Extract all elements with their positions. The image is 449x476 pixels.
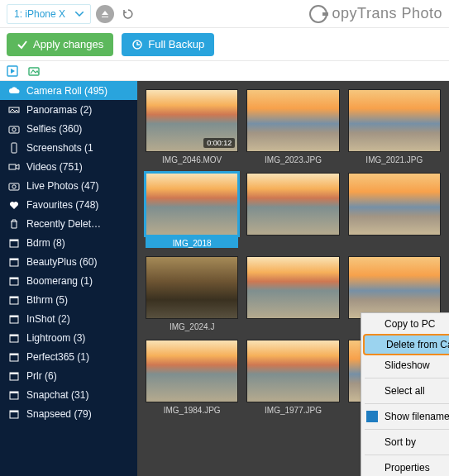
eject-button[interactable] — [96, 5, 114, 23]
sidebar-item-label: Perfect365 (1) — [26, 351, 89, 363]
svg-rect-23 — [10, 354, 18, 355]
sidebar-item-9[interactable]: BeautyPlus (60) — [0, 252, 137, 271]
ctx-separator — [365, 429, 449, 430]
sidebar-item-label: Snapchat (31) — [26, 389, 88, 401]
ctx-select-all[interactable]: Select all Ctrl+A — [361, 380, 449, 402]
thumbnail[interactable]: 0:00:12IMG_2046.MOV — [146, 89, 238, 164]
sidebar: Camera Roll (495)Panoramas (2)Selfies (3… — [0, 81, 137, 476]
album-icon — [8, 313, 20, 325]
thumbnail[interactable]: IMG_2021.JPG — [348, 89, 441, 164]
sidebar-item-4[interactable]: Videos (751) — [0, 157, 137, 176]
sidebar-item-label: Prlr (6) — [26, 370, 57, 382]
ctx-copy-to-pc[interactable]: Copy to PC Shift+Ctrl+Right — [361, 313, 449, 335]
thumbnail[interactable]: IMG_2018 — [146, 173, 238, 248]
thumbnail-caption: IMG_2021.JPG — [348, 152, 441, 164]
video-icon — [8, 161, 20, 173]
sidebar-item-2[interactable]: Selfies (360) — [0, 119, 137, 138]
thumbnail[interactable] — [246, 173, 339, 248]
sidebar-item-label: Videos (751) — [26, 161, 83, 173]
apply-label: Apply changes — [33, 38, 103, 50]
sidebar-item-13[interactable]: Lightroom (3) — [0, 328, 137, 347]
thumbnail[interactable] — [246, 256, 339, 331]
sidebar-item-16[interactable]: Snapchat (31) — [0, 385, 137, 404]
album-icon — [8, 237, 20, 249]
sidebar-item-label: Selfies (360) — [26, 123, 82, 135]
thumbnail-image — [246, 256, 339, 319]
sidebar-item-0[interactable]: Camera Roll (495) — [0, 81, 137, 100]
refresh-button[interactable] — [119, 5, 137, 23]
thumbnail[interactable]: IMG_1977.JPG — [246, 340, 339, 415]
thumbnail-image — [348, 89, 441, 152]
play-tab-icon[interactable] — [7, 65, 18, 77]
thumbnail-image — [146, 173, 238, 236]
photo-tab-icon[interactable] — [28, 65, 40, 77]
sidebar-item-8[interactable]: Bdrm (8) — [0, 233, 137, 252]
ctx-separator — [365, 455, 449, 455]
ctx-label: Select all — [385, 385, 425, 397]
sidebar-item-6[interactable]: Favourites (748) — [0, 195, 137, 214]
ctx-show-filenames[interactable]: Show filenames F4 — [361, 406, 449, 427]
thumbnail-caption: IMG_2046.MOV — [146, 152, 238, 164]
full-backup-button[interactable]: Full Backup — [122, 33, 214, 56]
tab-bar — [0, 61, 449, 81]
ctx-properties[interactable]: Properties ▶ — [361, 457, 449, 476]
ctx-label: Sort by — [385, 436, 416, 448]
thumbnail-image — [348, 173, 441, 236]
phone-icon — [8, 142, 20, 154]
thumbnail[interactable] — [348, 173, 441, 248]
backup-label: Full Backup — [148, 38, 204, 50]
sidebar-item-10[interactable]: Boomerang (1) — [0, 271, 137, 290]
sidebar-item-label: Camera Roll (495) — [26, 85, 107, 97]
thumbnail-image — [246, 340, 339, 402]
sidebar-item-12[interactable]: InShot (2) — [0, 309, 137, 328]
ctx-label: Show filenames — [385, 411, 449, 422]
svg-rect-13 — [10, 259, 18, 260]
cloud-icon — [8, 85, 20, 97]
duration-badge: 0:00:12 — [203, 138, 235, 148]
thumbnail-caption: IMG_2024.J — [146, 319, 238, 331]
ctx-sort-by[interactable]: Sort by ▶ — [361, 431, 449, 453]
chevron-down-icon — [75, 12, 84, 17]
sidebar-item-14[interactable]: Perfect365 (1) — [0, 347, 137, 366]
thumbnail-caption: IMG_1984.JPG — [146, 402, 238, 415]
thumbnail[interactable]: IMG_2024.J — [146, 256, 238, 331]
context-menu: Copy to PC Shift+Ctrl+Right Delete from … — [361, 312, 449, 476]
ctx-slideshow[interactable]: Slideshow Ctrl+L — [361, 355, 449, 376]
sidebar-item-3[interactable]: Screenshots (1 — [0, 138, 137, 157]
sidebar-item-label: Screenshots (1 — [26, 142, 93, 154]
heart-icon — [8, 199, 20, 211]
sidebar-item-label: Bthrm (5) — [26, 294, 68, 306]
sidebar-item-11[interactable]: Bthrm (5) — [0, 290, 137, 309]
brand-logo-text: opyTrans Photo — [309, 5, 442, 23]
thumbnail[interactable]: IMG_2023.JPG — [246, 89, 339, 164]
sidebar-item-7[interactable]: Recently Delet… — [0, 214, 137, 233]
svg-rect-21 — [10, 335, 18, 336]
history-icon — [131, 39, 143, 50]
thumbnail-caption: IMG_2023.JPG — [246, 152, 339, 164]
ctx-label: Properties — [385, 462, 430, 474]
album-icon — [8, 275, 20, 287]
sidebar-item-1[interactable]: Panoramas (2) — [0, 100, 137, 119]
svg-rect-6 — [12, 143, 17, 153]
sidebar-item-label: Lightroom (3) — [26, 332, 85, 344]
svg-rect-25 — [10, 373, 18, 374]
thumbnail-image — [246, 173, 339, 236]
thumbnail[interactable]: IMG_1984.JPG — [146, 340, 238, 415]
sidebar-item-label: Panoramas (2) — [26, 104, 92, 116]
ctx-delete-from-camera-roll[interactable]: Delete from Camera Roll Del — [363, 334, 449, 355]
trash-icon — [8, 218, 20, 230]
device-selector[interactable]: 1: iPhone X — [7, 4, 91, 24]
svg-rect-11 — [10, 240, 18, 241]
svg-rect-3 — [9, 107, 19, 112]
thumbnail-image — [348, 256, 441, 319]
sidebar-item-15[interactable]: Prlr (6) — [0, 366, 137, 385]
sidebar-item-5[interactable]: Live Photos (47) — [0, 176, 137, 195]
camera-icon — [8, 180, 20, 192]
album-icon — [8, 351, 20, 363]
sidebar-item-17[interactable]: Snapseed (79) — [0, 404, 137, 423]
album-icon — [8, 256, 20, 268]
top-bar: 1: iPhone X opyTrans Photo — [0, 0, 449, 28]
apply-changes-button[interactable]: Apply changes — [7, 33, 113, 56]
ctx-label: Slideshow — [385, 359, 430, 371]
gallery: 0:00:12IMG_2046.MOVIMG_2023.JPGIMG_2021.… — [137, 81, 449, 476]
